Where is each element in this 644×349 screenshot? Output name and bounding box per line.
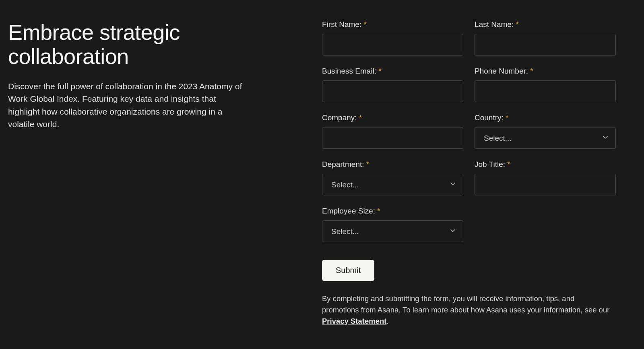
field-job-title: Job Title: *: [475, 160, 616, 195]
phone-number-input[interactable]: [475, 80, 616, 102]
required-marker: *: [530, 67, 533, 75]
consent-suffix: .: [386, 317, 388, 325]
label-department: Department: *: [322, 160, 463, 169]
required-marker: *: [506, 113, 508, 122]
privacy-statement-link[interactable]: Privacy Statement: [322, 317, 386, 325]
company-input[interactable]: [322, 127, 463, 149]
field-employee-size: Employee Size: * Select...: [322, 207, 463, 242]
required-marker: *: [378, 67, 381, 75]
required-marker: *: [359, 113, 362, 122]
field-company: Company: *: [322, 113, 463, 149]
consent-prefix: By completing and submitting the form, y…: [322, 294, 609, 314]
label-first-name: First Name: *: [322, 20, 463, 29]
submit-button[interactable]: Submit: [322, 260, 374, 281]
label-text: Business Email:: [322, 67, 376, 75]
label-text: Employee Size:: [322, 207, 375, 215]
page-root: Embrace strategic collaboration Discover…: [0, 0, 644, 349]
label-country: Country: *: [475, 113, 616, 122]
field-first-name: First Name: *: [322, 20, 463, 55]
required-marker: *: [363, 20, 366, 29]
employee-size-select[interactable]: Select...: [322, 220, 463, 242]
label-employee-size: Employee Size: *: [322, 207, 463, 216]
country-select[interactable]: Select...: [475, 127, 616, 149]
submit-row: Submit: [322, 260, 616, 281]
last-name-input[interactable]: [475, 34, 616, 55]
form-section: First Name: * Last Name: * Business Emai…: [270, 20, 636, 341]
label-text: Department:: [322, 160, 364, 168]
label-text: Last Name:: [475, 20, 514, 29]
page-subtitle: Discover the full power of collaboration…: [8, 80, 250, 131]
hero-section: Embrace strategic collaboration Discover…: [8, 20, 270, 341]
consent-text: By completing and submitting the form, y…: [322, 293, 612, 326]
department-select[interactable]: Select...: [322, 174, 463, 195]
country-select-wrap: Select...: [475, 127, 616, 149]
required-marker: *: [377, 207, 380, 215]
field-country: Country: * Select...: [475, 113, 616, 149]
required-marker: *: [516, 20, 518, 29]
employee-size-select-wrap: Select...: [322, 220, 463, 242]
job-title-input[interactable]: [475, 174, 616, 195]
label-phone-number: Phone Number: *: [475, 67, 616, 76]
label-last-name: Last Name: *: [475, 20, 616, 29]
required-marker: *: [366, 160, 369, 168]
department-select-wrap: Select...: [322, 174, 463, 195]
label-job-title: Job Title: *: [475, 160, 616, 169]
label-text: First Name:: [322, 20, 361, 29]
label-text: Job Title:: [475, 160, 505, 168]
required-marker: *: [507, 160, 510, 168]
field-department: Department: * Select...: [322, 160, 463, 195]
field-business-email: Business Email: *: [322, 67, 463, 102]
business-email-input[interactable]: [322, 80, 463, 102]
first-name-input[interactable]: [322, 34, 463, 55]
page-title: Embrace strategic collaboration: [8, 20, 250, 69]
label-text: Phone Number:: [475, 67, 528, 75]
field-phone-number: Phone Number: *: [475, 67, 616, 102]
label-text: Company:: [322, 113, 357, 122]
label-business-email: Business Email: *: [322, 67, 463, 76]
form-grid: First Name: * Last Name: * Business Emai…: [322, 20, 616, 242]
label-company: Company: *: [322, 113, 463, 122]
field-last-name: Last Name: *: [475, 20, 616, 55]
label-text: Country:: [475, 113, 504, 122]
